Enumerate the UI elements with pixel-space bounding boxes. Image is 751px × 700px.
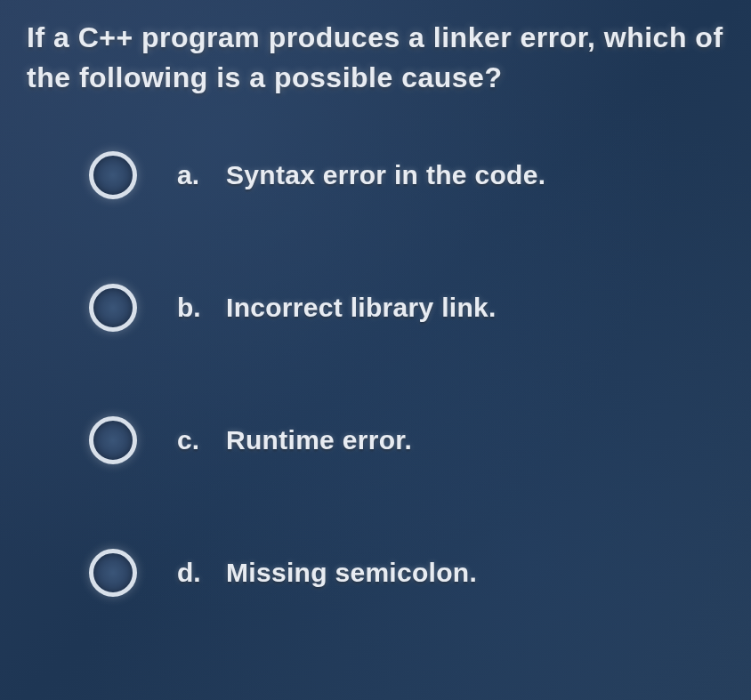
option-text: Missing semicolon. — [226, 558, 477, 588]
radio-icon — [89, 151, 137, 199]
option-c[interactable]: c. Runtime error. — [89, 416, 724, 464]
option-text: Syntax error in the code. — [226, 160, 545, 190]
option-label: a. — [177, 160, 208, 190]
option-label: c. — [177, 425, 208, 455]
radio-icon — [89, 549, 137, 597]
options-list: a. Syntax error in the code. b. Incorrec… — [27, 151, 724, 597]
question-text: If a C++ program produces a linker error… — [27, 18, 724, 98]
radio-icon — [89, 416, 137, 464]
radio-icon — [89, 284, 137, 332]
option-text: Incorrect library link. — [226, 293, 497, 323]
option-label: d. — [177, 558, 208, 588]
option-label: b. — [177, 293, 208, 323]
option-text: Runtime error. — [226, 425, 412, 455]
option-d[interactable]: d. Missing semicolon. — [89, 549, 724, 597]
option-a[interactable]: a. Syntax error in the code. — [89, 151, 724, 199]
option-b[interactable]: b. Incorrect library link. — [89, 284, 724, 332]
